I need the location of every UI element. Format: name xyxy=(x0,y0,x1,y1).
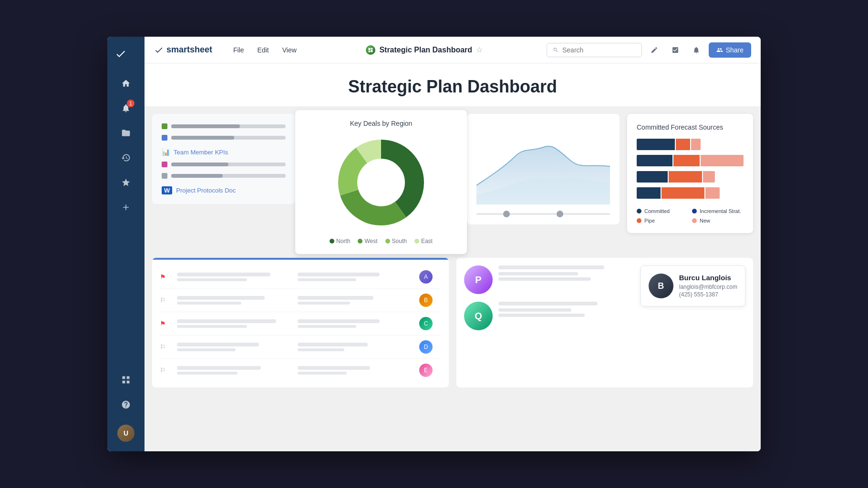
table-row: ⚐ B xyxy=(160,289,441,312)
text-bar xyxy=(298,372,347,375)
contact-phone: (425) 555-1387 xyxy=(679,291,737,298)
favorite-icon[interactable]: ☆ xyxy=(476,45,483,54)
word-icon: W xyxy=(162,186,172,194)
protocols-link[interactable]: W Project Protocols Doc xyxy=(162,186,286,194)
kpi-color-1 xyxy=(162,123,167,129)
text-bar xyxy=(298,273,380,276)
forecast-row-4 xyxy=(637,187,744,199)
sidebar-item-notifications[interactable]: 1 xyxy=(115,98,136,119)
contact-name: Burcu Langlois xyxy=(679,274,737,282)
forecast-label-committed: Committed xyxy=(644,208,670,214)
forecast-legend-incremental: Incremental Strat. xyxy=(692,208,744,214)
table-row: ⚐ D xyxy=(160,336,441,359)
forecast-legend: Committed Incremental Strat. Pipe N xyxy=(637,208,744,224)
text-bar xyxy=(498,272,578,275)
sidebar-logo xyxy=(107,44,145,69)
nav-view[interactable]: View xyxy=(277,43,302,57)
contact-card: B Burcu Langlois langlois@mbfcorp.com (4… xyxy=(641,265,745,306)
forecast-legend-new: New xyxy=(692,218,744,224)
table-row: ⚑ C xyxy=(160,312,441,336)
notification-badge: 1 xyxy=(127,100,134,107)
kpi-item-1 xyxy=(162,123,286,129)
team-kpi-link[interactable]: 📊 Team Member KPIs xyxy=(162,148,286,156)
sidebar-item-favorites[interactable] xyxy=(115,172,136,193)
topbar-logo: smartsheet xyxy=(154,45,212,55)
topbar: smartsheet File Edit View Strategic Plan… xyxy=(145,37,761,63)
share-button[interactable]: Share xyxy=(709,42,751,58)
table-row: ⚐ E xyxy=(160,359,441,382)
sidebar-item-folders[interactable] xyxy=(115,122,136,143)
app-window: 1 xyxy=(107,37,761,451)
search-input[interactable] xyxy=(562,46,636,54)
dashboard: Strategic Plan Dashboard xyxy=(145,63,761,451)
forecast-dot-pipe xyxy=(637,218,641,223)
forecast-dot-new xyxy=(692,218,697,223)
sidebar-item-help[interactable] xyxy=(115,394,136,415)
protocols-label: Project Protocols Doc xyxy=(176,187,236,194)
text-bar xyxy=(298,348,344,351)
nav-file[interactable]: File xyxy=(227,43,250,57)
legend-south: South xyxy=(385,238,407,244)
legend-label-west: West xyxy=(364,238,377,244)
forecast-chart-card: Committed Forecast Sources xyxy=(627,114,753,233)
person-avatar-1: P xyxy=(464,265,493,294)
contact-details: Burcu Langlois langlois@mbfcorp.com (425… xyxy=(679,274,737,298)
sidebar: 1 xyxy=(107,37,145,451)
kpi-color-2 xyxy=(162,135,167,141)
search-box[interactable] xyxy=(547,43,642,57)
forecast-seg-committed-2 xyxy=(637,155,672,166)
svg-point-4 xyxy=(360,161,403,204)
notifications-icon-btn[interactable] xyxy=(688,41,705,59)
forecast-legend-pipe: Pipe xyxy=(637,218,688,224)
edit-icon-btn[interactable] xyxy=(646,41,663,59)
avatar-circle-3: C xyxy=(418,316,434,331)
forecast-seg-committed-1 xyxy=(637,139,675,150)
slider-thumb-left[interactable] xyxy=(503,211,510,217)
legend-label-south: South xyxy=(392,238,407,244)
avatar-circle-1: A xyxy=(418,269,434,285)
topbar-nav: File Edit View xyxy=(227,43,302,57)
forecast-seg-committed-3 xyxy=(637,171,668,183)
people-card: P Q xyxy=(456,258,753,387)
team-kpi-label: Team Member KPIs xyxy=(174,149,228,156)
kpi-color-4 xyxy=(162,173,167,179)
text-bar xyxy=(298,319,380,323)
topbar-center: Strategic Plan Dashboard ☆ xyxy=(308,45,541,55)
sidebar-item-home[interactable] xyxy=(115,73,136,94)
text-bar xyxy=(498,308,571,312)
forecast-label-new: New xyxy=(700,218,710,224)
text-bar xyxy=(298,366,370,370)
text-bar xyxy=(298,343,368,346)
slider-thumb-right[interactable] xyxy=(557,211,563,217)
user-avatar[interactable]: U xyxy=(115,423,136,444)
present-icon-btn[interactable] xyxy=(667,41,684,59)
search-icon xyxy=(553,47,558,53)
flag-icon-gray-1: ⚐ xyxy=(160,296,173,304)
area-chart-slider xyxy=(476,213,610,215)
table-cell-9 xyxy=(177,366,294,375)
legend-north: North xyxy=(330,238,350,244)
sidebar-item-recent[interactable] xyxy=(115,147,136,168)
nav-edit[interactable]: Edit xyxy=(252,43,275,57)
people-avatars: P Q xyxy=(464,265,631,330)
flag-icon-red-1: ⚑ xyxy=(160,273,173,281)
donut-chart-card: Key Deals by Region xyxy=(295,110,467,254)
text-bar xyxy=(177,296,265,300)
forecast-seg-pipe-1 xyxy=(676,139,690,150)
text-bar xyxy=(498,302,598,305)
forecast-row-1 xyxy=(637,139,744,150)
dashboard-icon xyxy=(366,45,375,55)
donut-legend: North West South East xyxy=(305,238,457,244)
sidebar-item-add[interactable] xyxy=(115,197,136,218)
forecast-seg-new-4 xyxy=(705,187,720,199)
table-cell-4 xyxy=(298,296,414,305)
text-bar xyxy=(177,302,241,305)
sidebar-item-grid[interactable] xyxy=(115,369,136,390)
dashboard-header: Strategic Plan Dashboard xyxy=(145,63,761,106)
flag-icon-gray-3: ⚐ xyxy=(160,366,173,374)
forecast-seg-new-2 xyxy=(701,155,744,166)
table-cell-8 xyxy=(298,343,414,351)
area-chart-card xyxy=(467,114,620,224)
table-cell-3 xyxy=(177,296,294,305)
text-bar xyxy=(177,278,247,281)
